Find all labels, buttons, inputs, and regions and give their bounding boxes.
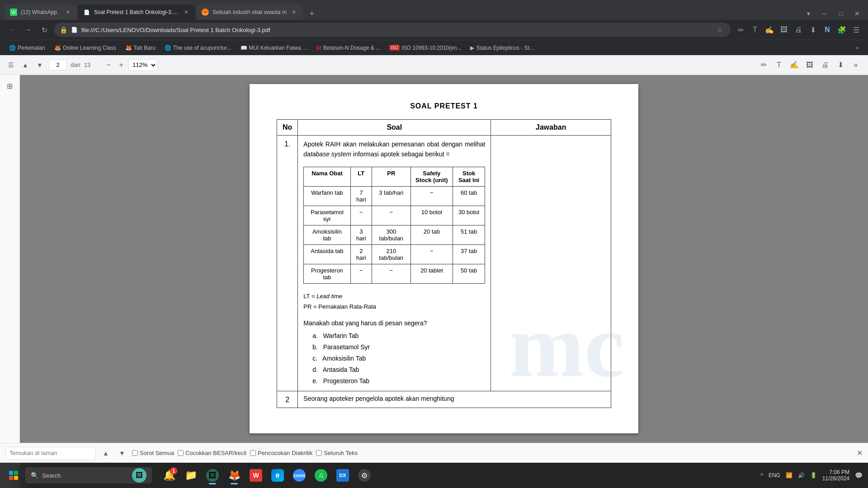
image-icon[interactable]: 🖼 [778, 23, 790, 36]
language-indicator[interactable]: ENG [769, 472, 780, 479]
zoom-select[interactable]: 112% 50% 75% 100% 125% 150% 200% [128, 59, 157, 71]
clock[interactable]: 7:06 PM 11/28/2024 [822, 469, 849, 482]
drug-row-progesteron: Progesteron tab − − 20 tablet 50 tab [304, 264, 485, 283]
print-icon[interactable]: 🖨 [792, 23, 805, 36]
betason-icon: M [316, 44, 321, 52]
sidebar-thumbnails[interactable]: ⊞ [3, 79, 17, 93]
mozilla-n[interactable]: N [821, 23, 834, 36]
maximize-button[interactable]: □ [835, 7, 847, 20]
save-icon[interactable]: ⬇ [807, 23, 819, 36]
drug-lt-amoksisilin: 3 hari [350, 225, 372, 244]
drug-name-antasida: Antasida tab [304, 244, 350, 264]
taskbar-wps[interactable]: W [246, 465, 266, 485]
bookmark-status[interactable]: ▶ Status Epilepticus - St... [467, 44, 537, 52]
find-prev-button[interactable]: ▲ [99, 447, 112, 460]
highlight-all-checkbox[interactable] [132, 450, 138, 456]
search-icon: 🔍 [31, 472, 38, 479]
tab-whatsapp[interactable]: W (12) WhatsApp ✕ [5, 5, 77, 20]
bookmark-star[interactable]: ☆ [714, 24, 725, 35]
zoom-out-button[interactable]: − [103, 60, 114, 70]
extensions-icon[interactable]: 🧩 [835, 23, 848, 36]
pencil-icon[interactable]: ✏ [734, 23, 747, 36]
volume-icon[interactable]: 🔊 [798, 472, 805, 479]
bookmark-acupuncture-label: The use of acupunctur... [173, 45, 231, 51]
taskbar-settings[interactable]: ⚙ [354, 465, 374, 485]
bookmark-tab-baru[interactable]: 🦊 Tab Baru [122, 44, 159, 52]
page-next[interactable]: ▼ [34, 60, 45, 70]
back-button[interactable]: ← [5, 23, 18, 36]
tab-pdf[interactable]: 📄 Soal Pretest 1 Batch Onkologi-3.pdf ✕ [78, 5, 195, 20]
find-diacritic[interactable]: Pencocokan Diakritik [250, 450, 312, 456]
taskbar-search[interactable]: 🔍 Search 🖼 [25, 467, 152, 483]
taskbar-right: ^ ENG 📶 🔊 🔋 7:06 PM 11/28/2024 💬 [760, 469, 863, 482]
find-close-button[interactable]: ✕ [857, 449, 863, 457]
text-tool[interactable]: T [772, 58, 786, 72]
firefox-icon: 🦊 [228, 469, 241, 482]
diacritic-checkbox[interactable] [250, 450, 256, 456]
taskbar-photos[interactable]: 🖼 [203, 465, 222, 485]
bookmark-online-learning[interactable]: 🦊 Online Learning Class [51, 44, 120, 52]
find-entire-text[interactable]: Seluruh Teks [316, 450, 358, 456]
drug-col-stok: Stok Saat Ini [453, 167, 485, 186]
battery-icon[interactable]: 🔋 [810, 472, 817, 479]
reload-button[interactable]: ↻ [38, 23, 51, 36]
new-tab-button[interactable]: + [306, 7, 318, 20]
start-button[interactable] [5, 467, 22, 483]
find-bar: ▲ ▼ Sorot Semua Cocokkan BESAR/kecil Pen… [0, 443, 868, 463]
taskbar-notification[interactable]: 🔔 1 [159, 465, 179, 485]
menu-icon[interactable]: ☰ [850, 23, 863, 36]
close-button[interactable]: ✕ [851, 7, 863, 20]
taskbar-files[interactable]: 📁 [181, 465, 201, 485]
notification-center[interactable]: 💬 [855, 472, 863, 479]
print-tool[interactable]: 🖨 [818, 58, 832, 72]
page-input[interactable] [49, 60, 67, 70]
find-highlight-all[interactable]: Sorot Semua [132, 450, 174, 456]
save-tool[interactable]: ⬇ [834, 58, 847, 72]
landscape-app-icon: 🖼 [132, 468, 146, 483]
wifi-icon[interactable]: 📶 [786, 472, 793, 479]
taskbar-edge[interactable]: e [268, 465, 288, 485]
address-bar[interactable]: 🔒 📄 file:///C:/Users/LENOVO/Downloads/So… [54, 23, 731, 37]
page-prev[interactable]: ▲ [20, 60, 31, 70]
system-tray-chevron[interactable]: ^ [760, 472, 763, 479]
zoom-in-button[interactable]: + [116, 60, 127, 70]
sidebar-toggle[interactable]: ☰ [5, 60, 16, 70]
drug-col-pr: PR [372, 167, 411, 186]
bookmark-mui[interactable]: 📖 MUI Keluarkan Fatwa ... [237, 44, 311, 52]
pdf-area[interactable]: SOAL PRETEST 1 No Soal Jawaban 1. [20, 75, 868, 488]
text-icon[interactable]: T [749, 23, 761, 36]
bookmarks-more[interactable]: » [852, 44, 863, 52]
drug-col-lt: LT [350, 167, 372, 186]
taskbar-dx[interactable]: DX [333, 465, 353, 485]
bookmark-betason[interactable]: M Betason-N Dosage & ... [312, 43, 384, 52]
more-tool[interactable]: » [849, 58, 863, 72]
highlight-tool[interactable]: ✍ [788, 58, 801, 72]
match-case-checkbox[interactable] [178, 450, 184, 456]
draw-tool[interactable]: ✏ [757, 58, 770, 72]
q1-jawaban: mc [491, 136, 611, 391]
find-input[interactable] [5, 447, 96, 460]
taskbar-firefox[interactable]: 🦊 [224, 465, 244, 485]
taskbar-zoom[interactable]: zoom [289, 465, 309, 485]
forward-button[interactable]: → [22, 23, 34, 36]
entire-text-checkbox[interactable] [316, 450, 322, 456]
tab-whatsapp-close[interactable]: ✕ [64, 9, 71, 16]
find-match-case[interactable]: Cocokkan BESAR/kecil [178, 450, 246, 456]
tab-article[interactable]: 🦊 Sebuah industri obat swasta m ✕ [196, 5, 303, 20]
drug-safety-antasida: − [410, 244, 453, 264]
bookmark-perkenalan[interactable]: 🌐 Perkenalan [5, 44, 49, 52]
taskbar-spotify[interactable]: ♫ [311, 465, 331, 485]
find-next-button[interactable]: ▼ [116, 447, 128, 460]
tab-article-close[interactable]: ✕ [290, 9, 297, 16]
photos-icon: 🖼 [206, 469, 219, 482]
minimize-button[interactable]: ─ [818, 7, 831, 20]
image-tool[interactable]: 🖼 [803, 58, 816, 72]
tabs-dropdown[interactable]: ▾ [802, 7, 815, 20]
highlight-icon[interactable]: ✍ [763, 23, 776, 36]
zoom-icon: zoom [293, 469, 306, 482]
tab-pdf-close[interactable]: ✕ [183, 9, 190, 16]
page-separator: dari [71, 61, 80, 68]
bookmark-iso[interactable]: ISO ISO 10993-10:2010(en... [386, 44, 465, 52]
bookmark-acupuncture[interactable]: 🌐 The use of acupunctur... [161, 44, 235, 52]
drug-stok-amoksisilin: 51 tab [453, 225, 485, 244]
